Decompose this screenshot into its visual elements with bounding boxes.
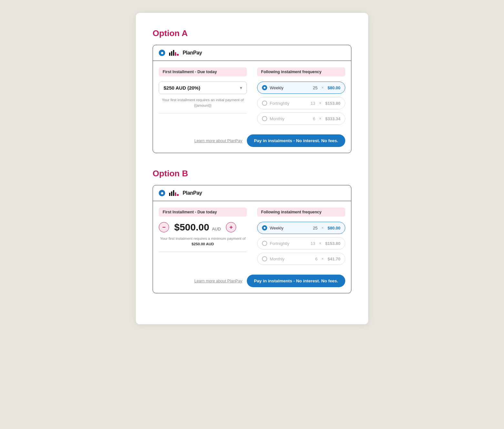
option-b-fortnightly-count: 13 <box>311 241 315 246</box>
option-b-fortnightly-radio <box>262 241 267 246</box>
option-b-monthly-label: Monthly <box>270 257 313 261</box>
option-b-fortnightly-x: × <box>319 241 321 246</box>
option-b-pay-button[interactable]: Pay in instalments - No interest. No fee… <box>247 275 345 287</box>
option-b-fortnightly-label: Fortnightly <box>270 241 308 246</box>
option-b-body: First Installment - Due today − $500.00 … <box>153 201 351 275</box>
option-b-widget-header: PlanPay <box>153 185 351 201</box>
option-b-monthly-radio <box>262 256 267 261</box>
option-a-radio[interactable] <box>159 50 165 56</box>
option-a-weekly-amount: $80.00 <box>328 85 340 90</box>
option-a-monthly-count: 6 <box>313 116 315 121</box>
option-b-title: Option B <box>153 169 351 179</box>
option-b-logo-text: PlanPay <box>183 190 202 196</box>
option-b-left: First Installment - Due today − $500.00 … <box>159 208 255 268</box>
planpay-logo-text: PlanPay <box>183 50 202 56</box>
option-a-monthly-amount: $333.34 <box>325 116 340 121</box>
option-a-monthly-radio <box>262 116 267 121</box>
option-b-monthly-count: 6 <box>315 257 318 261</box>
option-a-divider <box>159 113 247 113</box>
option-a-section: Option A PlanPay First Installment - D <box>153 28 351 153</box>
logo-b-bar-2 <box>171 191 172 196</box>
option-a-pay-button[interactable]: Pay in instalments - No interest. No fee… <box>247 134 345 147</box>
option-a-weekly-radio <box>262 85 267 90</box>
option-a-fortnightly-amount: $153.80 <box>325 101 340 106</box>
option-b-freq-monthly[interactable]: Monthly 6 × $41.70 <box>257 253 345 265</box>
option-a-fortnightly-radio <box>262 101 267 106</box>
option-a-following-label: Following instalment frequency <box>257 67 345 76</box>
option-b-weekly-radio <box>262 225 267 230</box>
option-a-widget: PlanPay First Installment - Due today $2… <box>153 45 351 153</box>
option-a-weekly-label: Weekly <box>270 85 310 90</box>
logo-bar-4 <box>175 52 176 56</box>
option-a-first-installment-label: First Installment - Due today <box>159 67 247 76</box>
option-a-freq-fortnightly[interactable]: Fortnightly 13 × $153.80 <box>257 97 345 109</box>
option-b-logo-bars <box>169 190 179 196</box>
option-b-increase-button[interactable]: + <box>226 222 236 232</box>
option-a-title: Option A <box>153 28 351 38</box>
option-a-widget-header: PlanPay <box>153 45 351 61</box>
option-b-installment-note: Your first instalment requires a minimum… <box>159 236 247 247</box>
option-a-freq-weekly[interactable]: Weekly 25 × $80.00 <box>257 82 345 94</box>
option-b-decrease-button[interactable]: − <box>159 222 169 232</box>
option-a-learn-more[interactable]: Learn more about PlanPay <box>194 139 242 143</box>
option-b-footer: Learn more about PlanPay Pay in instalme… <box>153 275 351 293</box>
logo-b-bar-3 <box>173 190 174 196</box>
option-a-amount-select-wrapper: $250 AUD (20%) ▼ <box>159 82 247 94</box>
option-a-weekly-x: × <box>321 85 324 90</box>
page-container: Option A PlanPay First Installment - D <box>136 13 368 324</box>
option-b-section: Option B PlanPay First Installment - D <box>153 169 351 293</box>
option-b-following-label: Following instalment frequency <box>257 208 345 217</box>
option-a-fortnightly-label: Fortnightly <box>270 101 308 106</box>
planpay-logo-bars <box>169 50 179 56</box>
logo-bar-1 <box>169 53 170 56</box>
option-b-first-installment-label: First Installment - Due today <box>159 208 247 217</box>
option-b-weekly-count: 25 <box>313 226 318 230</box>
option-b-radio[interactable] <box>159 190 165 196</box>
option-b-monthly-x: × <box>321 257 324 261</box>
option-b-amount-display: − $500.00 AUD + <box>159 222 247 233</box>
logo-bar-2 <box>171 51 172 56</box>
option-a-right: Following instalment frequency Weekly 25… <box>255 67 345 128</box>
option-b-weekly-amount: $80.00 <box>328 226 340 230</box>
option-b-divider <box>159 252 247 252</box>
option-a-body: First Installment - Due today $250 AUD (… <box>153 61 351 134</box>
option-b-amount-currency: AUD <box>212 227 221 231</box>
option-a-left: First Installment - Due today $250 AUD (… <box>159 67 255 128</box>
option-b-monthly-amount: $41.70 <box>328 257 340 261</box>
logo-bar-5 <box>177 54 179 56</box>
option-b-right: Following instalment frequency Weekly 25… <box>255 208 345 268</box>
option-a-fortnightly-x: × <box>319 101 321 105</box>
option-b-learn-more[interactable]: Learn more about PlanPay <box>194 279 242 283</box>
option-a-footer: Learn more about PlanPay Pay in instalme… <box>153 134 351 153</box>
logo-b-bar-4 <box>175 192 176 196</box>
option-b-widget: PlanPay First Installment - Due today − … <box>153 185 351 293</box>
logo-b-bar-5 <box>177 194 179 196</box>
option-b-amount-number: $500.00 <box>174 222 209 232</box>
option-b-amount-value: $500.00 AUD <box>174 222 221 233</box>
option-a-fortnightly-count: 13 <box>311 101 315 106</box>
option-b-freq-fortnightly[interactable]: Fortnightly 13 × $153.80 <box>257 237 345 249</box>
option-a-weekly-count: 25 <box>313 85 318 90</box>
option-b-freq-weekly[interactable]: Weekly 25 × $80.00 <box>257 222 345 234</box>
logo-b-bar-1 <box>169 193 170 196</box>
option-a-freq-monthly[interactable]: Monthly 6 × $333.34 <box>257 112 345 125</box>
option-b-weekly-label: Weekly <box>270 226 310 230</box>
option-a-monthly-x: × <box>319 116 321 121</box>
logo-bar-3 <box>173 50 174 56</box>
option-a-monthly-label: Monthly <box>270 116 310 121</box>
option-a-installment-note: Your first installment requires an initi… <box>159 97 247 109</box>
option-b-fortnightly-amount: $153.80 <box>325 241 340 246</box>
option-a-amount-select[interactable]: $250 AUD (20%) <box>159 82 247 94</box>
option-b-weekly-x: × <box>321 226 324 230</box>
